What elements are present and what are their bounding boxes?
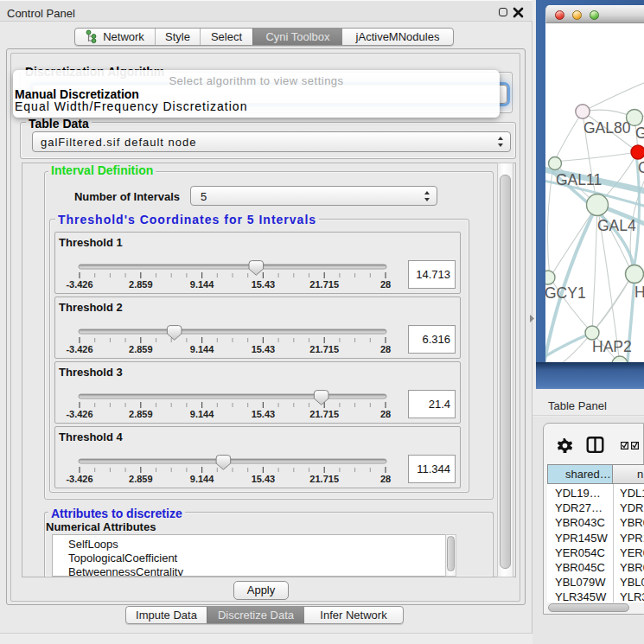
svg-text:9.144: 9.144 <box>190 279 214 290</box>
svg-text:C: C <box>638 159 644 176</box>
svg-text:GAL4: GAL4 <box>597 217 636 234</box>
svg-text:15.43: 15.43 <box>252 279 276 290</box>
svg-text:GAL80: GAL80 <box>583 119 631 137</box>
svg-text:-3.426: -3.426 <box>66 344 92 354</box>
svg-text:-3.426: -3.426 <box>66 474 92 484</box>
svg-text:9.144: 9.144 <box>190 409 214 419</box>
svg-text:2.859: 2.859 <box>129 344 153 354</box>
svg-text:9.144: 9.144 <box>190 474 214 484</box>
svg-text:HAP2: HAP2 <box>592 338 632 355</box>
svg-text:2.859: 2.859 <box>129 409 153 419</box>
svg-text:2.859: 2.859 <box>129 474 153 484</box>
svg-text:28: 28 <box>380 409 391 419</box>
svg-text:GCY1: GCY1 <box>545 284 586 302</box>
svg-text:H: H <box>634 284 644 301</box>
svg-text:21.715: 21.715 <box>309 474 339 484</box>
svg-text:28: 28 <box>380 344 391 354</box>
svg-text:28: 28 <box>380 279 391 290</box>
svg-text:21.715: 21.715 <box>309 409 339 419</box>
svg-text:15.43: 15.43 <box>252 409 276 419</box>
svg-text:9.144: 9.144 <box>190 344 214 354</box>
svg-text:GAL11: GAL11 <box>556 171 602 188</box>
svg-text:21.715: 21.715 <box>309 344 339 354</box>
svg-text:GA: GA <box>635 124 644 142</box>
svg-text:-3.426: -3.426 <box>66 409 92 419</box>
svg-text:2.859: 2.859 <box>129 279 153 290</box>
svg-text:21.715: 21.715 <box>309 279 339 290</box>
svg-text:15.43: 15.43 <box>252 474 276 484</box>
svg-text:28: 28 <box>380 474 391 484</box>
svg-text:15.43: 15.43 <box>252 344 276 354</box>
svg-text:-3.426: -3.426 <box>66 279 92 290</box>
